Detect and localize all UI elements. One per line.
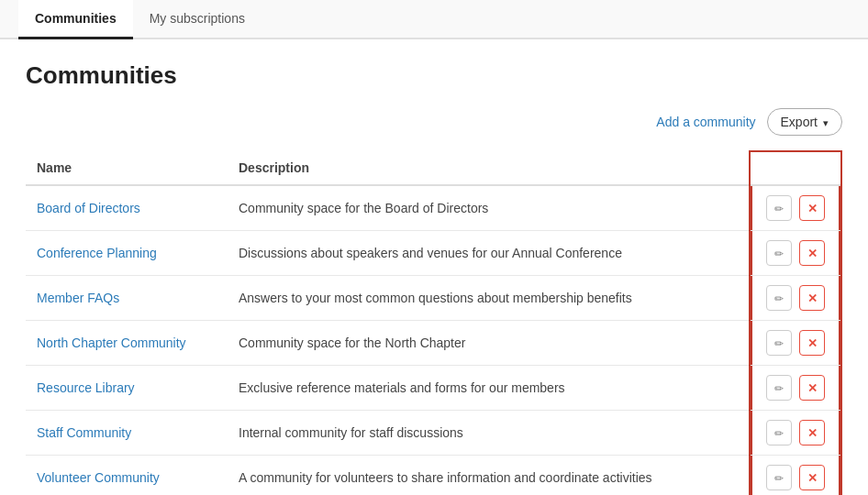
column-header-description: Description bbox=[228, 151, 750, 185]
delete-button[interactable] bbox=[799, 285, 825, 311]
table-row: Volunteer CommunityA community for volun… bbox=[26, 456, 841, 496]
edit-button[interactable] bbox=[766, 330, 792, 356]
community-description: Answers to your most common questions ab… bbox=[239, 291, 632, 305]
community-description: Internal community for staff discussions bbox=[239, 425, 463, 440]
table-row: North Chapter CommunityCommunity space f… bbox=[26, 321, 841, 366]
edit-button[interactable] bbox=[766, 195, 792, 221]
delete-button[interactable] bbox=[799, 195, 825, 221]
delete-button[interactable] bbox=[799, 465, 825, 490]
community-name-link[interactable]: North Chapter Community bbox=[37, 336, 186, 350]
delete-button[interactable] bbox=[799, 420, 825, 446]
actions-cell bbox=[750, 231, 841, 276]
chevron-down-icon bbox=[823, 115, 829, 129]
export-button[interactable]: Export bbox=[767, 108, 842, 136]
pencil-icon bbox=[774, 426, 784, 440]
pencil-icon bbox=[774, 381, 784, 395]
edit-button[interactable] bbox=[766, 465, 792, 490]
delete-icon bbox=[807, 247, 818, 260]
page-title: Communities bbox=[26, 61, 842, 90]
toolbar: Add a community Export bbox=[26, 108, 842, 136]
delete-button[interactable] bbox=[799, 240, 825, 266]
delete-icon bbox=[807, 292, 818, 305]
edit-button[interactable] bbox=[766, 420, 792, 446]
tabs-bar: Communities My subscriptions bbox=[0, 0, 868, 39]
delete-icon bbox=[807, 336, 818, 350]
pencil-icon bbox=[774, 471, 784, 485]
main-content: Communities Add a community Export Name … bbox=[0, 39, 868, 495]
page-container: Communities My subscriptions Communities… bbox=[0, 0, 868, 495]
community-name-link[interactable]: Resource Library bbox=[37, 380, 135, 395]
add-community-link[interactable]: Add a community bbox=[656, 115, 755, 129]
table-row: Staff CommunityInternal community for st… bbox=[26, 411, 841, 456]
pencil-icon bbox=[774, 336, 784, 350]
edit-button[interactable] bbox=[766, 240, 792, 266]
tab-my-subscriptions[interactable]: My subscriptions bbox=[133, 0, 262, 39]
actions-cell bbox=[750, 185, 841, 231]
column-header-name: Name bbox=[26, 151, 228, 185]
community-description: Discussions about speakers and venues fo… bbox=[239, 246, 622, 260]
table-row: Resource LibraryExclusive reference mate… bbox=[26, 366, 841, 411]
pencil-icon bbox=[774, 292, 784, 305]
actions-cell bbox=[750, 276, 841, 321]
table-row: Member FAQsAnswers to your most common q… bbox=[26, 276, 841, 321]
table-row: Board of DirectorsCommunity space for th… bbox=[26, 185, 841, 231]
edit-button[interactable] bbox=[766, 285, 792, 311]
pencil-icon bbox=[774, 247, 784, 260]
communities-table: Name Description Board of DirectorsCommu… bbox=[26, 150, 842, 495]
community-name-link[interactable]: Staff Community bbox=[37, 425, 131, 440]
community-description: Community space for the North Chapter bbox=[239, 336, 465, 350]
delete-button[interactable] bbox=[799, 375, 825, 401]
tab-communities[interactable]: Communities bbox=[18, 0, 133, 39]
actions-cell bbox=[750, 366, 841, 411]
community-description: Community space for the Board of Directo… bbox=[239, 201, 488, 215]
actions-cell bbox=[750, 411, 841, 456]
delete-icon bbox=[807, 471, 818, 485]
actions-cell bbox=[750, 456, 841, 496]
delete-icon bbox=[807, 426, 818, 440]
community-description: Exclusive reference materials and forms … bbox=[239, 380, 565, 395]
actions-cell bbox=[750, 321, 841, 366]
community-description: A community for volunteers to share info… bbox=[239, 470, 652, 485]
delete-button[interactable] bbox=[799, 330, 825, 356]
delete-icon bbox=[807, 202, 818, 215]
delete-icon bbox=[807, 381, 818, 395]
community-name-link[interactable]: Member FAQs bbox=[37, 291, 119, 305]
column-header-actions bbox=[750, 151, 841, 185]
community-name-link[interactable]: Conference Planning bbox=[37, 246, 157, 260]
table-row: Conference PlanningDiscussions about spe… bbox=[26, 231, 841, 276]
community-name-link[interactable]: Board of Directors bbox=[37, 201, 140, 215]
edit-button[interactable] bbox=[766, 375, 792, 401]
community-name-link[interactable]: Volunteer Community bbox=[37, 470, 160, 485]
pencil-icon bbox=[774, 202, 784, 215]
